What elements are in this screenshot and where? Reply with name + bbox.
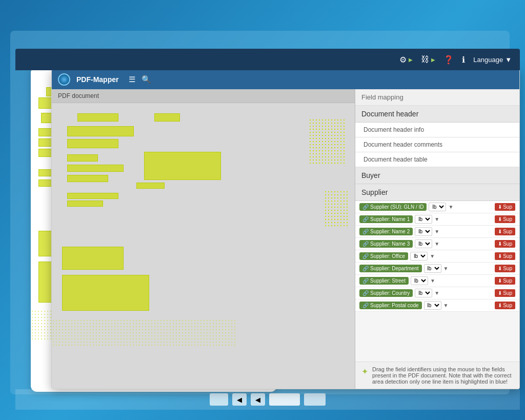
nav-btn-5[interactable] <box>304 393 326 406</box>
top-toolbar: ⚙▶ ⛓▶ ❓ ℹ Language ▼ <box>15 49 520 70</box>
supplier-action-name2[interactable]: ⬇Sup <box>495 228 515 235</box>
section-buyer: Buyer <box>355 167 519 184</box>
supplier-select-postal[interactable]: lb <box>424 301 441 310</box>
info-text: Drag the field identifiers using the mou… <box>372 366 513 385</box>
pdf-block <box>144 152 221 180</box>
supplier-row-office: 🔗 Supplier: Office lb ▼ ⬇Sup <box>355 250 519 263</box>
app-window: PDF-Mapper ☰ 🔍 PDF document <box>51 69 520 389</box>
language-button[interactable]: Language ▼ <box>473 56 512 64</box>
app-content: PDF document <box>52 89 519 389</box>
pdf-block <box>136 183 165 189</box>
chevron-down-icon: ▼ <box>505 56 512 64</box>
app-header-icons: ☰ 🔍 <box>129 75 151 84</box>
supplier-tag-dept: 🔗 Supplier: Department <box>359 265 422 272</box>
drag-icon: ✦ <box>361 367 368 376</box>
field-panel-scroll[interactable]: Document header Document header info Doc… <box>355 106 519 389</box>
supplier-tag-name3: 🔗 Supplier: Name 3 <box>359 240 413 248</box>
dot-pattern <box>309 118 345 165</box>
supplier-tag-office: 🔗 Supplier: Office <box>359 252 408 260</box>
pdf-panel-header: PDF document <box>52 89 355 103</box>
dot-pattern <box>52 319 236 347</box>
nav-btn-prev[interactable]: ◀ <box>251 393 265 406</box>
info-icon[interactable]: ℹ <box>462 55 465 65</box>
nav-btn-page <box>269 393 300 406</box>
supplier-tag-gln: 🔗 Supplier (SU): GLN / ID <box>359 203 427 211</box>
supplier-action-name3[interactable]: ⬇Sup <box>495 240 515 248</box>
pdf-block <box>67 175 108 182</box>
pdf-block <box>67 201 103 207</box>
pdf-block <box>62 247 124 270</box>
section-item-header-comments[interactable]: Document header comments <box>355 137 519 152</box>
supplier-tag-country: 🔗 Supplier: Country <box>359 289 413 297</box>
supplier-row-postal: 🔗 Supplier: Postal code lb ▼ ⬇Sup <box>355 299 519 312</box>
select-arrow: ▼ <box>448 204 453 210</box>
supplier-select-dept[interactable]: lb <box>424 264 441 273</box>
pdf-block <box>67 165 124 172</box>
pdf-block <box>62 275 149 311</box>
supplier-select-country[interactable]: lb <box>415 289 432 297</box>
pdf-block <box>67 154 98 162</box>
pdf-block <box>67 126 134 136</box>
supplier-action-office[interactable]: ⬇Sup <box>495 252 515 260</box>
supplier-select-street[interactable]: lb <box>411 276 428 285</box>
link-icon: 🔗 <box>362 204 369 210</box>
supplier-select-name1[interactable]: lb <box>415 215 432 224</box>
bottom-nav: ◀ ◀ <box>15 389 520 410</box>
supplier-row-name2: 🔗 Supplier: Name 2 lb ▼ ⬇Sup <box>355 226 519 238</box>
pdf-block <box>77 113 118 122</box>
section-document-header: Document header <box>355 106 519 123</box>
section-supplier: Supplier <box>355 184 519 201</box>
supplier-row-name1: 🔗 Supplier: Name 1 lb ▼ ⬇Sup <box>355 213 519 226</box>
pdf-block <box>67 193 118 199</box>
pdf-canvas[interactable] <box>52 103 355 388</box>
supplier-action-street[interactable]: ⬇Sup <box>495 277 515 285</box>
dot-pattern <box>324 190 350 226</box>
supplier-select-gln[interactable]: lb <box>429 203 446 211</box>
pdf-block <box>154 113 180 122</box>
info-bar: ✦ Drag the field identifiers using the m… <box>355 362 519 389</box>
supplier-action-gln[interactable]: ⬇Sup <box>495 203 515 211</box>
field-mapping-panel: Field mapping Document header Document h… <box>355 89 519 389</box>
supplier-row-gln: 🔗 Supplier (SU): GLN / ID lb ▼ ⬇Sup <box>355 201 519 213</box>
supplier-tag-name2: 🔗 Supplier: Name 2 <box>359 228 413 235</box>
supplier-action-postal[interactable]: ⬇Sup <box>495 302 515 309</box>
supplier-tag-street: 🔗 Supplier: Street <box>359 277 409 285</box>
menu-icon[interactable]: ☰ <box>129 75 135 84</box>
supplier-row-street: 🔗 Supplier: Street lb ▼ ⬇Sup <box>355 275 519 287</box>
supplier-row-dept: 🔗 Supplier: Department lb ▼ ⬇Sup <box>355 263 519 275</box>
connections-run-icon[interactable]: ⛓▶ <box>421 55 435 64</box>
supplier-select-office[interactable]: lb <box>410 252 428 261</box>
nav-btn-back[interactable]: ◀ <box>232 393 247 406</box>
supplier-action-dept[interactable]: ⬇Sup <box>495 265 515 272</box>
supplier-action-country[interactable]: ⬇Sup <box>495 289 515 297</box>
field-mapping-header: Field mapping <box>355 89 519 106</box>
supplier-row-country: 🔗 Supplier: Country lb ▼ ⬇Sup <box>355 287 519 299</box>
supplier-action-name1[interactable]: ⬇Sup <box>495 215 515 223</box>
pdf-panel: PDF document <box>52 89 355 389</box>
nav-btn-1[interactable] <box>210 393 228 406</box>
search-icon[interactable]: 🔍 <box>142 75 151 84</box>
app-title: PDF-Mapper <box>76 75 118 84</box>
help-icon[interactable]: ❓ <box>443 55 454 65</box>
supplier-tag-postal: 🔗 Supplier: Postal code <box>359 302 422 309</box>
supplier-select-name2[interactable]: lb <box>415 227 432 236</box>
supplier-row-name3: 🔗 Supplier: Name 3 lb ▼ ⬇Sup <box>355 238 519 250</box>
supplier-tag-name1: 🔗 Supplier: Name 1 <box>359 215 413 223</box>
pdf-block <box>67 139 118 148</box>
app-header: PDF-Mapper ☰ 🔍 <box>52 70 519 89</box>
settings-run-icon[interactable]: ⚙▶ <box>399 55 413 65</box>
section-item-header-table[interactable]: Document header table <box>355 152 519 167</box>
section-item-header-info[interactable]: Document header info <box>355 123 519 137</box>
supplier-select-name3[interactable]: lb <box>415 239 432 248</box>
app-logo <box>58 73 70 86</box>
